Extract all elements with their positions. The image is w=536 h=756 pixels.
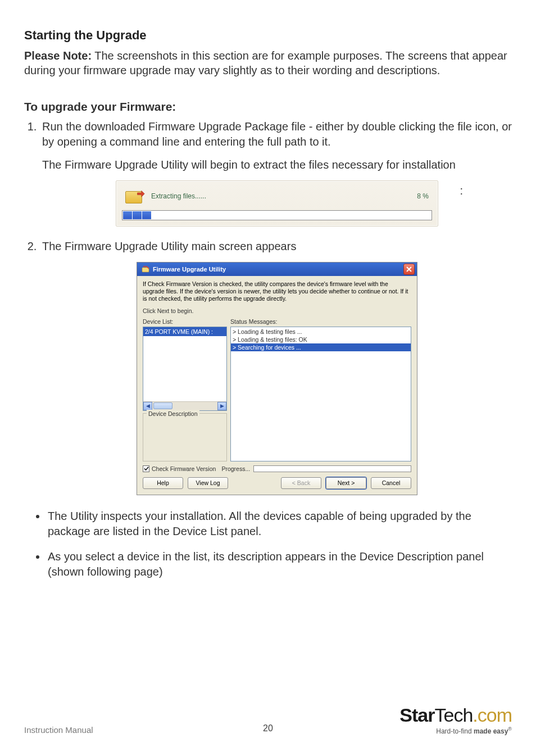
instruction-manual-label: Instruction Manual (24, 725, 93, 735)
status-messages-label: Status Messages: (230, 318, 411, 325)
upgrade-progress-bar (253, 465, 411, 472)
scroll-right-icon[interactable]: ▶ (217, 402, 226, 410)
check-firmware-checkbox[interactable] (143, 465, 149, 472)
extract-progress-bar (122, 210, 432, 220)
bullet-2: As you select a device in the list, its … (47, 549, 512, 580)
utility-description: If Check Firmware Version is checked, th… (143, 280, 411, 302)
status-row-selected: > Searching for devices ... (231, 343, 411, 351)
trailing-colon: : (460, 183, 463, 198)
app-icon (142, 265, 149, 273)
extract-percent: 8 % (417, 192, 429, 201)
registered-mark: ® (508, 726, 512, 732)
please-note-label: Please Note: (24, 49, 92, 62)
view-log-button[interactable]: View Log (188, 477, 228, 489)
screenshot-utility: Firmware Upgrade Utility If Check Firmwa… (137, 262, 417, 495)
status-row: > Loading & testing files ... (231, 328, 411, 336)
tagline-a: Hard-to-find (436, 727, 474, 735)
extract-percent-suffix: % (421, 192, 429, 200)
checkmark-icon (144, 466, 149, 471)
device-list-label: Device List: (143, 318, 227, 325)
status-messages: > Loading & testing files ... > Loading … (230, 327, 411, 461)
progress-segment (133, 211, 142, 219)
step-1b-text: The Firmware Upgrade Utility will begin … (42, 157, 512, 173)
device-description-panel: Device Description (143, 413, 227, 461)
device-description-label: Device Description (147, 410, 199, 418)
next-button[interactable]: Next > (326, 477, 366, 489)
tagline-b: made easy (474, 727, 508, 735)
page-number: 20 (263, 723, 273, 734)
progress-segment (123, 211, 132, 219)
folder-arrow-icon (123, 187, 146, 206)
device-list[interactable]: 2/4 PORT KVME (MAIN) : ◀ ▶ (143, 327, 227, 411)
section-heading: Starting the Upgrade (24, 28, 512, 43)
brand-tagline: Hard-to-find made easy® (399, 727, 512, 735)
utility-instruction: Click Next to begin. (143, 307, 411, 315)
progress-label: Progress... (221, 465, 250, 473)
extracting-label: Extracting files...... (151, 192, 206, 201)
screenshot-extracting: Extracting files...... 8 % (116, 180, 438, 227)
step-1a-text: Run the downloaded Firmware Upgrade Pack… (42, 120, 512, 148)
brand-part-2: Tech (434, 704, 473, 726)
help-button[interactable]: Help (143, 477, 183, 489)
bullet-1: The Utility inspects your installation. … (47, 509, 512, 539)
horizontal-scrollbar[interactable]: ◀ ▶ (143, 401, 226, 410)
extract-percent-value: 8 (417, 192, 421, 200)
close-icon (406, 266, 412, 272)
please-note-paragraph: Please Note: The screenshots in this sec… (24, 48, 512, 78)
step-2: The Firmware Upgrade Utility main screen… (40, 239, 512, 495)
step-2-text: The Firmware Upgrade Utility main screen… (42, 240, 296, 252)
subheading: To upgrade your Firmware: (24, 100, 512, 114)
status-row: > Loading & testing files: OK (231, 336, 411, 343)
back-button[interactable]: < Back (281, 477, 321, 489)
please-note-text: The screenshots in this section are for … (24, 49, 507, 76)
brand-logo: StarTech.com Hard-to-find made easy® (399, 705, 512, 735)
utility-titlebar: Firmware Upgrade Utility (137, 262, 417, 276)
device-list-item[interactable]: 2/4 PORT KVME (MAIN) : (143, 327, 226, 336)
step-1: Run the downloaded Firmware Upgrade Pack… (40, 119, 512, 227)
scroll-left-icon[interactable]: ◀ (143, 402, 152, 410)
brand-dot-com: .com (473, 704, 512, 726)
scroll-thumb[interactable] (153, 402, 172, 409)
cancel-button[interactable]: Cancel (371, 477, 411, 489)
check-firmware-label: Check Firmware Version (152, 465, 216, 473)
close-button[interactable] (403, 264, 415, 275)
progress-segment (142, 211, 151, 219)
brand-part-1: Star (399, 704, 434, 726)
utility-title-text: Firmware Upgrade Utility (153, 265, 226, 274)
